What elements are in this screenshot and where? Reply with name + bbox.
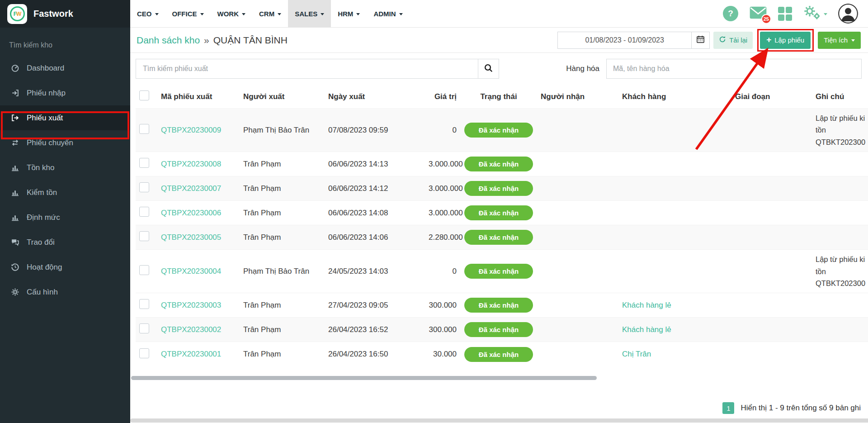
row-checkbox[interactable]: [139, 323, 149, 333]
sidebar-item-label: Định mức: [27, 213, 60, 222]
export-date-cell: 07/08/2023 09:59: [325, 109, 425, 152]
sidebar-item-phieu-nhap[interactable]: Phiếu nhập: [0, 81, 130, 105]
stage-cell: [731, 152, 812, 176]
nav-item-work[interactable]: WORK: [211, 0, 253, 27]
nav-item-sales[interactable]: SALES: [288, 0, 331, 27]
table-row: QTBPX20230005 Trân Phạm 06/06/2023 14:06…: [136, 225, 868, 250]
sidebar-item-label: Phiếu nhập: [27, 89, 66, 98]
receiver-cell: [537, 293, 618, 318]
row-checkbox[interactable]: [139, 348, 149, 358]
voucher-code-link[interactable]: QTBPX20230009: [161, 126, 221, 134]
user-avatar[interactable]: [838, 4, 858, 24]
create-voucher-button[interactable]: + Lập phiếu: [760, 32, 811, 49]
receiver-cell: [537, 176, 618, 201]
sidebar-item-phieu-xuat[interactable]: Phiếu xuất: [0, 105, 130, 130]
voucher-search-input[interactable]: [136, 59, 478, 78]
nav-item-ceo[interactable]: CEO: [130, 0, 165, 27]
row-checkbox[interactable]: [139, 265, 149, 275]
sidebar-item-dinh-muc[interactable]: Định mức: [0, 205, 130, 230]
calendar-button[interactable]: [691, 32, 709, 48]
help-icon[interactable]: ?: [723, 6, 738, 21]
col-header-value: Giá trị: [425, 86, 460, 109]
exporter-cell: Trân Phạm: [240, 293, 325, 318]
nav-item-admin[interactable]: ADMIN: [367, 0, 409, 27]
help-glyph: ?: [728, 9, 733, 19]
goods-filter-input[interactable]: [606, 59, 862, 79]
row-checkbox[interactable]: [139, 182, 149, 192]
utilities-label: Tiện ích: [824, 36, 848, 44]
voucher-code-link[interactable]: QTBPX20230003: [161, 301, 221, 309]
reload-button[interactable]: Tải lại: [713, 32, 753, 49]
export-date-cell: 26/04/2023 16:50: [325, 342, 425, 366]
breadcrumb-separator: »: [204, 35, 209, 46]
voucher-code-link[interactable]: QTBPX20230006: [161, 209, 221, 217]
nav-label: ADMIN: [373, 10, 396, 18]
sidebar-item-trao-doi[interactable]: Trao đổi: [0, 230, 130, 255]
create-voucher-label: Lập phiếu: [774, 36, 804, 44]
customer-link[interactable]: Chị Trân: [622, 350, 651, 358]
window-scrollbar-track[interactable]: [130, 418, 868, 423]
customer-link[interactable]: Khách hàng lẻ: [622, 301, 671, 309]
row-checkbox[interactable]: [139, 231, 149, 241]
page-1-button[interactable]: 1: [722, 402, 734, 414]
stage-cell: [731, 250, 812, 293]
sidebar-item-ton-kho[interactable]: Tồn kho: [0, 155, 130, 180]
utilities-button[interactable]: Tiện ích: [818, 32, 861, 49]
warehouse-search-input[interactable]: [0, 28, 130, 50]
date-range-group: 01/08/2023 - 01/09/2023: [557, 32, 710, 49]
stage-cell: [731, 318, 812, 342]
chevron-down-icon: [278, 13, 281, 15]
sidebar-item-hoat-dong[interactable]: Hoạt động: [0, 255, 130, 280]
export-date-cell: 27/04/2023 09:05: [325, 293, 425, 318]
stage-cell: [731, 342, 812, 366]
sidebar-item-label: Trao đổi: [27, 238, 55, 247]
voucher-code-link[interactable]: QTBPX20230008: [161, 160, 221, 168]
grid-cell: [778, 14, 784, 21]
voucher-code-link[interactable]: QTBPX20230001: [161, 350, 221, 358]
customer-link[interactable]: Khách hàng lẻ: [622, 325, 671, 334]
notifications-button[interactable]: 25: [749, 5, 767, 22]
sidebar-item-cau-hinh[interactable]: Cấu hình: [0, 280, 130, 304]
nav-item-hrm[interactable]: HRM: [331, 0, 367, 27]
row-checkbox[interactable]: [139, 207, 149, 217]
row-checkbox[interactable]: [139, 158, 149, 168]
value-cell: 3.000.000: [425, 176, 460, 201]
sidebar: FW Fastwork Dashboard Phiếu nhập: [0, 0, 130, 423]
col-header-date: Ngày xuất: [325, 86, 425, 109]
receiver-cell: [537, 225, 618, 250]
search-button[interactable]: [478, 59, 499, 78]
row-checkbox[interactable]: [139, 124, 149, 134]
note-cell: Lập từ phiếu ki tồn QTBKT202300: [816, 112, 868, 148]
horizontal-scrollbar-thumb[interactable]: [131, 376, 597, 380]
sidebar-item-dashboard[interactable]: Dashboard: [0, 56, 130, 81]
date-range-input[interactable]: 01/08/2023 - 01/09/2023: [558, 32, 691, 48]
table-row: QTBPX20230002 Trân Phạm 26/04/2023 16:52…: [136, 318, 868, 342]
settings-menu-button[interactable]: [803, 5, 827, 22]
receiver-cell: [537, 342, 618, 366]
status-badge: Đã xác nhận: [464, 264, 533, 279]
select-all-checkbox[interactable]: [139, 90, 149, 100]
breadcrumb-parent-link[interactable]: Danh sách kho: [137, 35, 200, 46]
nav-label: CEO: [137, 10, 152, 18]
sidebar-item-kiem-ton[interactable]: Kiểm tồn: [0, 180, 130, 205]
value-cell: 30.000: [425, 342, 460, 366]
voucher-code-link[interactable]: QTBPX20230002: [161, 325, 221, 334]
row-checkbox[interactable]: [139, 299, 149, 309]
status-badge: Đã xác nhận: [464, 157, 533, 171]
nav-item-office[interactable]: OFFICE: [165, 0, 211, 27]
voucher-search-group: [136, 59, 499, 79]
sidebar-item-phieu-chuyen[interactable]: Phiếu chuyển: [0, 130, 130, 155]
nav-item-crm[interactable]: CRM: [252, 0, 288, 27]
exporter-cell: Trân Phạm: [240, 318, 325, 342]
apps-grid-icon[interactable]: [778, 7, 792, 21]
col-header-stage: Giai đoạn: [731, 86, 812, 109]
fastwork-logo-icon[interactable]: FW: [7, 4, 27, 24]
export-date-cell: 06/06/2023 14:12: [325, 176, 425, 201]
voucher-code-link[interactable]: QTBPX20230004: [161, 267, 221, 276]
col-header-status: Trạng thái: [460, 86, 537, 109]
pagination-footer: 1 Hiển thị 1 - 9 trên tổng số 9 bản ghi: [722, 402, 861, 414]
voucher-code-link[interactable]: QTBPX20230005: [161, 233, 221, 242]
voucher-code-link[interactable]: QTBPX20230007: [161, 184, 221, 193]
exporter-cell: Trân Phạm: [240, 152, 325, 176]
table-row: QTBPX20230006 Trân Phạm 06/06/2023 14:08…: [136, 201, 868, 225]
